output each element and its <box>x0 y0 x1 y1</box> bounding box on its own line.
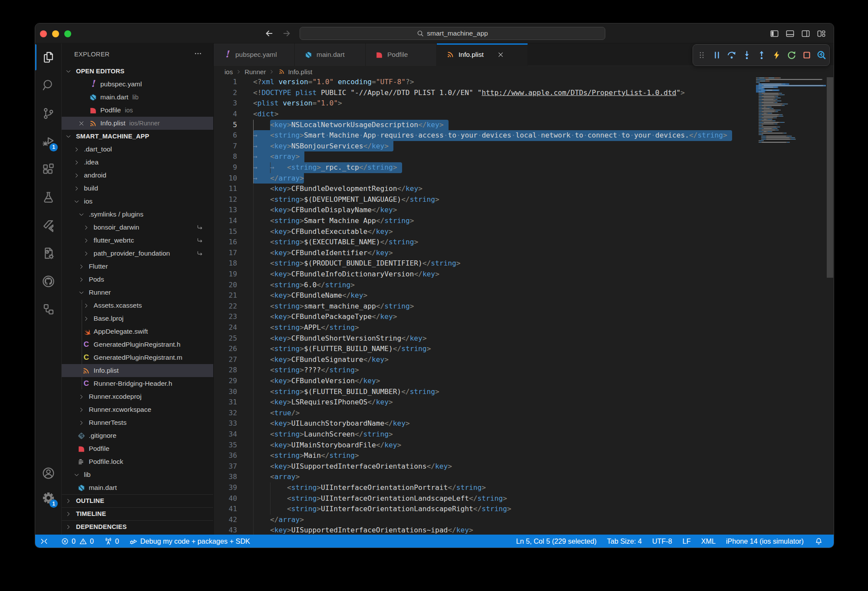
tree-item-runner-xcodeproj[interactable]: Runner.xcodeproj <box>62 390 213 403</box>
tab-podfile[interactable]: Podfile <box>366 43 437 66</box>
navigate-forward-icon[interactable] <box>282 29 291 38</box>
status-cursor-position[interactable]: Ln 5, Col 5 (229 selected) <box>511 535 601 548</box>
tree-item--gitignore[interactable]: .gitignore <box>62 429 213 442</box>
tree-item-runner[interactable]: Runner <box>62 286 213 299</box>
restart-icon[interactable] <box>786 50 797 60</box>
navigate-back-icon[interactable] <box>264 29 274 38</box>
hot-reload-icon[interactable] <box>772 50 782 60</box>
activity-bar-source-control-icon[interactable] <box>35 99 61 127</box>
toggle-sidebar-icon[interactable] <box>769 29 779 39</box>
tree-item-assets-xcassets[interactable]: Assets.xcassets <box>62 299 213 312</box>
step-out-icon[interactable] <box>756 50 767 60</box>
tree-item-podfile-lock[interactable]: Podfile.lock <box>62 455 213 468</box>
scrollbar-slider[interactable] <box>827 77 833 278</box>
activity-bar-flutter-icon[interactable] <box>35 211 61 239</box>
command-center-search[interactable]: smart_machine_app <box>300 27 605 40</box>
code-editor[interactable]: 1<?xml version="1.0" encoding="UTF-8"?>2… <box>214 77 834 535</box>
status-language[interactable]: XML <box>696 535 721 548</box>
tree-item-main-dart[interactable]: main.dart <box>62 481 213 494</box>
chevron-down-icon <box>76 289 86 296</box>
breadcrumb-item[interactable]: Info.plist <box>277 68 312 76</box>
status-device[interactable]: iPhone 14 (ios simulator) <box>721 535 809 548</box>
zoom-window-button[interactable] <box>64 30 71 37</box>
open-editor-main-dart[interactable]: main.dartlib <box>62 91 213 104</box>
step-into-icon[interactable] <box>742 50 752 60</box>
tree-item-runnertests[interactable]: RunnerTests <box>62 416 213 429</box>
tree-item-pods[interactable]: Pods <box>62 273 213 286</box>
status-eol[interactable]: LF <box>677 535 696 548</box>
status-ports[interactable]: 0 <box>99 535 124 548</box>
minimize-window-button[interactable] <box>52 30 59 37</box>
tree-item-appdelegate-swift[interactable]: AppDelegate.swift <box>62 325 213 338</box>
section-header-timeline[interactable]: TIMELINE <box>62 507 213 520</box>
tree-item--dart-tool[interactable]: .dart_tool <box>62 143 213 156</box>
pause-icon[interactable] <box>712 50 722 60</box>
tree-item-lib[interactable]: lib <box>62 468 213 481</box>
open-editor-pubspec-yaml[interactable]: !pubspec.yaml <box>62 78 213 91</box>
tree-item-flutter[interactable]: Flutter <box>62 260 213 273</box>
tree-item-base-lproj[interactable]: Base.lproj <box>62 312 213 325</box>
tree-item-podfile[interactable]: Podfile <box>62 442 213 455</box>
close-tab-icon[interactable] <box>497 51 504 58</box>
open-editor-info-plist[interactable]: Info.plistios/Runner <box>62 117 213 130</box>
status-remote[interactable] <box>35 535 53 548</box>
views-more-actions-icon[interactable] <box>194 49 202 57</box>
tree-item--symlinks-plugins[interactable]: .symlinks / plugins <box>62 208 213 221</box>
file-icon-git <box>76 431 86 440</box>
activity-bar-search-icon[interactable] <box>35 72 61 99</box>
tree-item-runner-bridging-header-h[interactable]: CRunner-Bridging-Header.h <box>62 377 213 390</box>
tree-item-bonsoir-darwin[interactable]: bonsoir_darwin <box>62 221 213 234</box>
close-editor-icon[interactable] <box>78 120 85 127</box>
code-line-42: 42 </array> <box>214 515 834 525</box>
status-encoding[interactable]: UTF-8 <box>647 535 677 548</box>
activity-bar-explorer-icon[interactable] <box>35 43 61 71</box>
tree-item-path-provider-foundation[interactable]: path_provider_foundation <box>62 247 213 260</box>
section-header-outline[interactable]: OUTLINE <box>62 494 213 507</box>
activity-bar-run-and-debug-icon[interactable]: 1 <box>35 128 61 155</box>
breadcrumb-item[interactable]: ios <box>224 68 233 76</box>
stop-icon[interactable] <box>802 50 812 60</box>
activity-bar-project-runner-icon[interactable] <box>35 240 61 267</box>
activity-bar-extensions-icon[interactable] <box>35 155 61 183</box>
line-number: 18 <box>214 258 237 269</box>
breadcrumb-item[interactable]: Runner <box>244 68 266 76</box>
status-notifications[interactable] <box>809 535 828 548</box>
tree-item--idea[interactable]: .idea <box>62 156 213 169</box>
gripper-icon[interactable] <box>696 50 707 60</box>
activity-bar-testing-icon[interactable] <box>35 184 61 211</box>
editor-scrollbar[interactable] <box>826 77 834 535</box>
tree-item-android[interactable]: android <box>62 169 213 182</box>
close-window-button[interactable] <box>40 30 47 37</box>
line-number: 31 <box>214 397 237 408</box>
tab-main-dart[interactable]: main.dart <box>295 43 366 66</box>
item-label: ios <box>84 197 92 205</box>
status-problems[interactable]: 00 <box>56 535 99 548</box>
breadcrumbs[interactable]: iosRunnerInfo.plist <box>214 66 834 77</box>
section-header-open-editors[interactable]: OPEN EDITORS <box>62 65 213 78</box>
section-header-dependencies[interactable]: DEPENDENCIES <box>62 520 213 533</box>
tree-item-generatedpluginregistrant-h[interactable]: CGeneratedPluginRegistrant.h <box>62 338 213 351</box>
section-header-project[interactable]: SMART_MACHINE_APP <box>62 130 213 143</box>
activity-bar-references-icon[interactable] <box>35 296 61 323</box>
flutter-inspector-icon[interactable] <box>816 50 827 60</box>
customize-layout-icon[interactable] <box>816 29 826 39</box>
toggle-secondary-sidebar-icon[interactable] <box>801 29 811 39</box>
activity-bar-accounts-icon[interactable] <box>35 459 61 487</box>
status-debug-config[interactable]: Debug my code + packages + SDK <box>124 535 255 548</box>
tree-item-runner-xcworkspace[interactable]: Runner.xcworkspace <box>62 403 213 416</box>
toggle-panel-icon[interactable] <box>785 29 795 39</box>
tree-item-flutter-webrtc[interactable]: flutter_webrtc <box>62 234 213 247</box>
step-over-icon[interactable] <box>726 50 737 60</box>
tree-item-generatedpluginregistrant-m[interactable]: CGeneratedPluginRegistrant.m <box>62 351 213 364</box>
minimap[interactable] <box>756 77 826 251</box>
tree-item-build[interactable]: build <box>62 182 213 195</box>
open-editor-podfile[interactable]: Podfileios <box>62 104 213 117</box>
tree-item-info-plist[interactable]: Info.plist <box>62 364 213 377</box>
status-tab-size[interactable]: Tab Size: 4 <box>602 535 647 548</box>
tab-pubspec-yaml[interactable]: !pubspec.yaml <box>214 43 295 66</box>
activity-bar-github-icon[interactable] <box>35 267 61 295</box>
activity-bar-settings-icon[interactable]: 1 <box>35 484 61 512</box>
file-name: main.dart <box>100 93 129 101</box>
tab-info-plist[interactable]: Info.plist <box>437 43 528 66</box>
tree-item-ios[interactable]: ios <box>62 195 213 208</box>
